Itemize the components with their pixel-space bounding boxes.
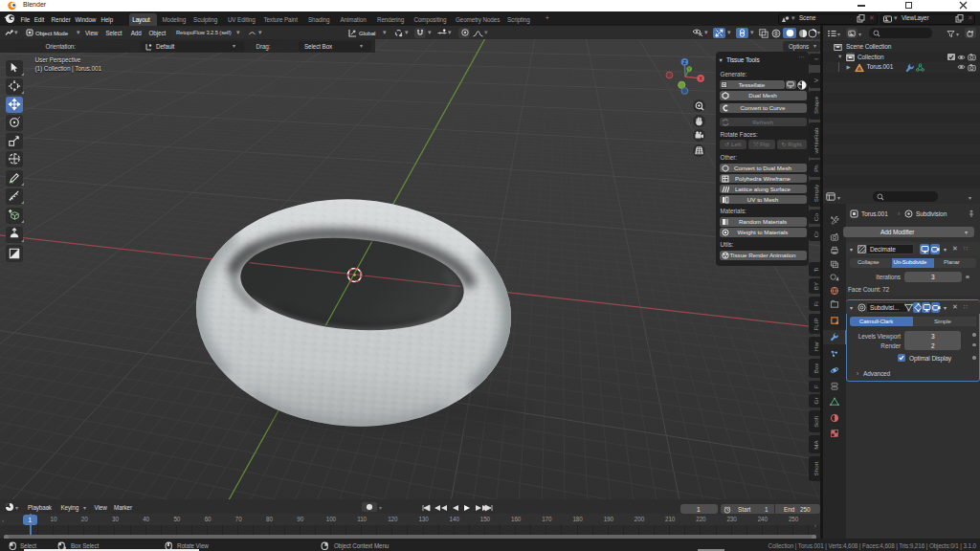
- svg-text:X: X: [699, 76, 702, 81]
